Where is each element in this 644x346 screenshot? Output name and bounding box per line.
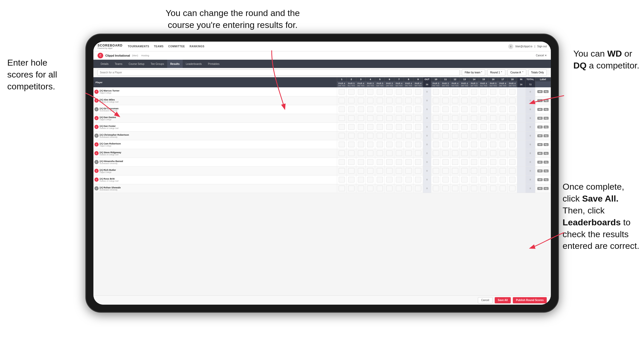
hole-9-score[interactable] bbox=[413, 166, 423, 175]
wd-button[interactable]: WD bbox=[537, 108, 543, 111]
score-input-h6[interactable] bbox=[386, 177, 393, 182]
hole-4-score[interactable] bbox=[366, 114, 375, 122]
hole-11-score[interactable] bbox=[441, 175, 450, 184]
hole-6-score[interactable] bbox=[385, 149, 394, 158]
score-input-h15[interactable] bbox=[480, 150, 487, 156]
score-input-h6[interactable] bbox=[386, 89, 393, 95]
score-input-h10[interactable] bbox=[433, 159, 439, 165]
wd-button[interactable]: WD bbox=[537, 143, 543, 146]
score-input-h2[interactable] bbox=[348, 124, 354, 130]
score-input-h3[interactable] bbox=[358, 186, 364, 191]
score-input-h14[interactable] bbox=[471, 133, 477, 139]
score-input-h17[interactable] bbox=[500, 98, 506, 103]
score-input-h14[interactable] bbox=[471, 115, 477, 121]
score-input-h11[interactable] bbox=[442, 150, 449, 156]
score-input-h12[interactable] bbox=[452, 142, 458, 147]
hole-5-score[interactable] bbox=[375, 114, 385, 122]
score-input-h7[interactable] bbox=[396, 177, 402, 182]
hole-12-score[interactable] bbox=[450, 175, 460, 184]
score-input-h4[interactable] bbox=[367, 142, 373, 147]
hole-14-score[interactable] bbox=[469, 122, 479, 131]
hole-12-score[interactable] bbox=[450, 105, 460, 114]
hole-16-score[interactable] bbox=[488, 122, 498, 131]
hole-9-score[interactable] bbox=[413, 149, 423, 158]
tab-details[interactable]: Details bbox=[98, 60, 112, 68]
score-input-h3[interactable] bbox=[358, 115, 364, 121]
score-input-h7[interactable] bbox=[396, 159, 402, 165]
hole-5-score[interactable] bbox=[375, 184, 385, 193]
hole-2-score[interactable] bbox=[346, 87, 356, 96]
hole-14-score[interactable] bbox=[469, 149, 479, 158]
score-input-h5[interactable] bbox=[377, 186, 383, 191]
score-input-h3[interactable] bbox=[358, 89, 364, 95]
hole-8-score[interactable] bbox=[404, 87, 413, 96]
score-input-h13[interactable] bbox=[461, 177, 468, 182]
hole-9-score[interactable] bbox=[413, 184, 423, 193]
hole-5-score[interactable] bbox=[375, 149, 385, 158]
score-input-h8[interactable] bbox=[405, 186, 412, 191]
hole-17-score[interactable] bbox=[498, 87, 508, 96]
hole-12-score[interactable] bbox=[450, 149, 460, 158]
hole-2-score[interactable] bbox=[346, 166, 356, 175]
score-input-h13[interactable] bbox=[461, 124, 468, 130]
hole-11-score[interactable] bbox=[441, 105, 450, 114]
hole-9-score[interactable] bbox=[413, 175, 423, 184]
hole-11-score[interactable] bbox=[441, 158, 450, 166]
hole-18-score[interactable] bbox=[507, 140, 517, 149]
hole-5-score[interactable] bbox=[375, 166, 385, 175]
hole-13-score[interactable] bbox=[460, 175, 469, 184]
hole-11-score[interactable] bbox=[441, 184, 450, 193]
score-input-h6[interactable] bbox=[386, 159, 393, 165]
score-input-h7[interactable] bbox=[396, 106, 402, 112]
score-input-h16[interactable] bbox=[490, 150, 496, 156]
tab-printables[interactable]: Printables bbox=[205, 60, 223, 68]
hole-6-score[interactable] bbox=[385, 166, 394, 175]
hole-5-score[interactable] bbox=[375, 105, 385, 114]
hole-9-score[interactable] bbox=[413, 114, 423, 122]
hole-7-score[interactable] bbox=[394, 140, 404, 149]
score-input-h1[interactable] bbox=[339, 168, 345, 174]
hole-6-score[interactable] bbox=[385, 96, 394, 105]
hole-15-score[interactable] bbox=[479, 175, 488, 184]
score-input-h4[interactable] bbox=[367, 150, 373, 156]
hole-13-score[interactable] bbox=[460, 122, 469, 131]
score-input-h5[interactable] bbox=[377, 115, 383, 121]
tab-tee-groups[interactable]: Tee Groups bbox=[147, 60, 167, 68]
hole-12-score[interactable] bbox=[450, 87, 460, 96]
score-input-h12[interactable] bbox=[452, 168, 458, 174]
hole-1-score[interactable] bbox=[337, 175, 346, 184]
hole-13-score[interactable] bbox=[460, 184, 469, 193]
score-input-h12[interactable] bbox=[452, 133, 458, 139]
score-input-h17[interactable] bbox=[500, 106, 506, 112]
score-input-h13[interactable] bbox=[461, 186, 468, 191]
score-input-h5[interactable] bbox=[377, 89, 383, 95]
wd-button[interactable]: WD bbox=[537, 170, 543, 172]
hole-14-score[interactable] bbox=[469, 87, 479, 96]
score-input-h12[interactable] bbox=[452, 106, 458, 112]
hole-2-score[interactable] bbox=[346, 149, 356, 158]
hole-14-score[interactable] bbox=[469, 184, 479, 193]
score-input-h16[interactable] bbox=[490, 186, 496, 191]
score-input-h10[interactable] bbox=[433, 142, 439, 147]
hole-13-score[interactable] bbox=[460, 140, 469, 149]
score-input-h16[interactable] bbox=[490, 142, 496, 147]
score-input-h8[interactable] bbox=[405, 168, 412, 174]
score-input-h4[interactable] bbox=[367, 106, 373, 112]
score-input-h9[interactable] bbox=[415, 177, 421, 182]
hole-15-score[interactable] bbox=[479, 122, 488, 131]
score-input-h3[interactable] bbox=[358, 106, 364, 112]
score-input-h6[interactable] bbox=[386, 124, 393, 130]
score-input-h17[interactable] bbox=[500, 150, 506, 156]
score-input-h16[interactable] bbox=[490, 177, 496, 182]
hole-10-score[interactable] bbox=[431, 184, 441, 193]
hole-7-score[interactable] bbox=[394, 96, 404, 105]
score-input-h9[interactable] bbox=[415, 133, 421, 139]
hole-4-score[interactable] bbox=[366, 87, 375, 96]
score-input-h12[interactable] bbox=[452, 186, 458, 191]
hole-8-score[interactable] bbox=[404, 96, 413, 105]
hole-14-score[interactable] bbox=[469, 158, 479, 166]
hole-15-score[interactable] bbox=[479, 96, 488, 105]
hole-12-score[interactable] bbox=[450, 96, 460, 105]
hole-5-score[interactable] bbox=[375, 122, 385, 131]
hole-2-score[interactable] bbox=[346, 175, 356, 184]
